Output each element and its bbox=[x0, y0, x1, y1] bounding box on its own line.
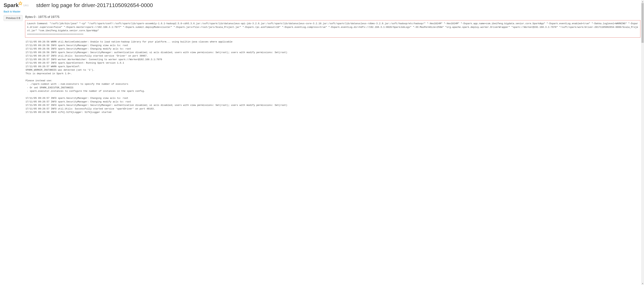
back-to-master-link[interactable]: Back to Master bbox=[4, 10, 20, 13]
log-body: 17/11/05 09:26:56 WARN util.NativeCodeLo… bbox=[25, 40, 640, 114]
page-header: Spark 1.6.1 stderr log page for driver-2… bbox=[4, 2, 640, 8]
page-title: stderr log page for driver-2017110509265… bbox=[36, 2, 153, 8]
launch-command-box: Launch Command: "/soft/jdk/bin/java" "-c… bbox=[25, 20, 640, 38]
vertical-scrollbar[interactable]: ▴ ▾ bbox=[641, 0, 644, 116]
log-content: Previous 0 B Bytes 0 - 19775 of 19775 La… bbox=[4, 15, 640, 114]
scroll-thumb[interactable] bbox=[642, 3, 644, 43]
byte-range-header: Bytes 0 - 19775 of 19775 bbox=[25, 15, 640, 19]
previous-button[interactable]: Previous 0 B bbox=[4, 15, 22, 21]
log-column: Bytes 0 - 19775 of 19775 Launch Command:… bbox=[25, 15, 640, 114]
logo-text: Spark bbox=[4, 2, 18, 8]
scroll-up-arrow[interactable]: ▴ bbox=[641, 0, 644, 3]
version-label: 1.6.1 bbox=[23, 4, 28, 7]
spark-logo[interactable]: Spark 1.6.1 bbox=[4, 2, 28, 8]
star-icon bbox=[18, 1, 22, 7]
